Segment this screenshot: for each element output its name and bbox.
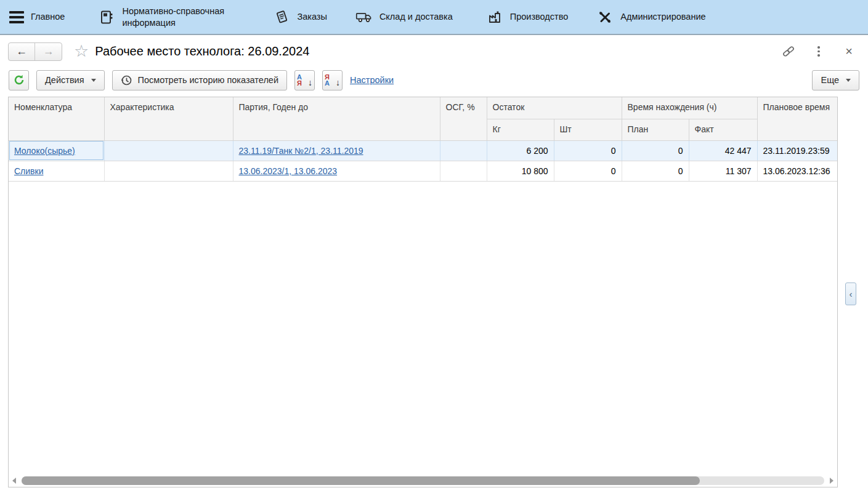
sort-descending-button[interactable]: ЯА ↓ <box>322 70 343 90</box>
more-button[interactable]: Еще <box>812 70 859 90</box>
nomenclature-link[interactable]: Сливки <box>14 166 43 176</box>
history-clock-icon <box>121 74 132 86</box>
page-title: Рабочее место технолога: 26.09.2024 <box>95 44 309 58</box>
menu-item-warehouse[interactable]: Склад и доставка <box>355 9 453 26</box>
cell-kg[interactable]: 10 800 <box>487 161 554 181</box>
cell-kg[interactable]: 6 200 <box>487 140 554 161</box>
hamburger-icon <box>9 11 24 23</box>
col-header-planned-time[interactable]: Плановое время <box>757 97 838 140</box>
toolbar: Действия Посмотреть историю показателей … <box>0 68 868 92</box>
col-header-rest[interactable]: Остаток <box>487 97 622 119</box>
scrollbar-track[interactable] <box>22 476 824 485</box>
refresh-button[interactable] <box>9 70 29 90</box>
menu-item-label: Заказы <box>297 11 327 22</box>
sort-descending-icon: ЯА <box>325 74 330 86</box>
truck-icon <box>355 9 373 26</box>
table-row: Сливки 13.06.2023/1, 13.06.2023 10 800 0… <box>9 161 838 181</box>
cell-planned-time[interactable]: 13.06.2023.12:36 <box>757 161 838 181</box>
menu-item-label: Склад и доставка <box>379 11 453 22</box>
forward-button[interactable]: → <box>35 43 62 60</box>
nomenclature-link[interactable]: Молоко(сырье) <box>14 146 75 156</box>
notebook-icon <box>98 9 115 26</box>
right-triangle-icon <box>830 478 834 484</box>
cell-osg[interactable] <box>440 140 487 161</box>
horizontal-scrollbar <box>10 476 835 486</box>
menu-item-label: Главное <box>31 11 65 22</box>
cell-fact[interactable]: 11 307 <box>689 161 757 181</box>
tools-icon <box>596 9 614 26</box>
cell-fact[interactable]: 42 447 <box>689 140 757 161</box>
menu-item-main[interactable]: Главное <box>9 11 65 23</box>
cell-pcs[interactable]: 0 <box>554 161 622 181</box>
cell-pcs[interactable]: 0 <box>554 140 622 161</box>
menu-item-label: Нормативно-справочная информация <box>122 6 248 28</box>
batch-link[interactable]: 13.06.2023/1, 13.06.2023 <box>239 166 338 176</box>
view-history-label: Посмотреть историю показателей <box>138 75 278 85</box>
menu-item-orders[interactable]: Заказы <box>273 9 327 26</box>
cell-nomenclature[interactable]: Сливки <box>9 161 104 181</box>
get-link-button[interactable] <box>782 45 795 58</box>
col-header-plan[interactable]: План <box>622 119 689 140</box>
favorite-star-icon[interactable]: ☆ <box>74 43 89 60</box>
chevron-down-icon <box>91 79 96 82</box>
table-row: Молоко(сырье) 23.11.19/Танк №2/1, 23.11.… <box>9 140 838 161</box>
settings-link[interactable]: Настройки <box>350 75 394 85</box>
forward-arrow-icon: → <box>43 45 54 58</box>
more-button-label: Еще <box>821 75 839 85</box>
menu-item-production[interactable]: Производство <box>486 9 569 26</box>
technologist-table: Номенклатура Характеристика Партия, Годе… <box>8 97 838 487</box>
cell-batch[interactable]: 23.11.19/Танк №2/1, 23.11.2019 <box>233 140 440 161</box>
scroll-right-arrow[interactable] <box>828 477 835 484</box>
expand-side-panel-button[interactable]: ‹ <box>845 283 856 305</box>
down-arrow-icon: ↓ <box>308 78 312 87</box>
actions-button-label: Действия <box>45 75 84 85</box>
cell-batch[interactable]: 13.06.2023/1, 13.06.2023 <box>233 161 440 181</box>
batch-link[interactable]: 23.11.19/Танк №2/1, 23.11.2019 <box>239 146 363 156</box>
scrollbar-thumb[interactable] <box>22 476 700 485</box>
close-icon: × <box>845 44 853 58</box>
top-menu-bar: Главное Нормативно-справочная информация… <box>0 0 868 35</box>
down-arrow-icon: ↓ <box>336 78 340 87</box>
sort-ascending-icon: АЯ <box>297 74 302 86</box>
kebab-menu-button[interactable] <box>812 45 825 58</box>
cell-plan[interactable]: 0 <box>622 161 689 181</box>
cell-characteristic[interactable] <box>104 161 233 181</box>
close-button[interactable]: × <box>842 45 856 58</box>
link-chain-icon <box>782 44 795 58</box>
col-header-fact[interactable]: Факт <box>689 119 757 140</box>
cell-osg[interactable] <box>440 161 487 181</box>
col-header-batch[interactable]: Партия, Годен до <box>233 97 440 140</box>
cell-plan[interactable]: 0 <box>622 140 689 161</box>
menu-item-administration[interactable]: Администрирование <box>596 9 705 26</box>
col-header-nomenclature[interactable]: Номенклатура <box>9 97 104 140</box>
left-triangle-icon <box>12 478 16 484</box>
refresh-icon <box>13 74 25 86</box>
col-header-dwell-time[interactable]: Время нахождения (ч) <box>622 97 757 119</box>
cell-planned-time[interactable]: 23.11.2019.23:59 <box>757 140 838 161</box>
menu-item-nsi[interactable]: Нормативно-справочная информация <box>98 6 248 28</box>
col-header-osg[interactable]: ОСГ, % <box>440 97 487 140</box>
back-button[interactable]: ← <box>9 43 35 60</box>
factory-icon <box>486 9 503 26</box>
menu-item-label: Администрирование <box>620 11 705 22</box>
menu-item-label: Производство <box>510 11 569 22</box>
col-header-characteristic[interactable]: Характеристика <box>104 97 233 140</box>
col-header-pcs[interactable]: Шт <box>554 119 622 140</box>
scroll-left-arrow[interactable] <box>10 477 18 484</box>
cell-nomenclature[interactable]: Молоко(сырье) <box>9 140 104 161</box>
chevron-left-icon: ‹ <box>850 289 853 299</box>
chevron-down-icon <box>846 79 851 82</box>
cell-characteristic[interactable] <box>104 140 233 161</box>
col-header-kg[interactable]: Кг <box>487 119 554 140</box>
actions-button[interactable]: Действия <box>36 70 105 90</box>
sort-ascending-button[interactable]: АЯ ↓ <box>294 70 315 90</box>
nav-history-group: ← → <box>8 42 62 61</box>
back-arrow-icon: ← <box>16 45 27 58</box>
view-history-button[interactable]: Посмотреть историю показателей <box>112 70 287 90</box>
title-bar: ← → ☆ Рабочее место технолога: 26.09.202… <box>0 35 868 68</box>
receipt-icon <box>273 9 290 26</box>
